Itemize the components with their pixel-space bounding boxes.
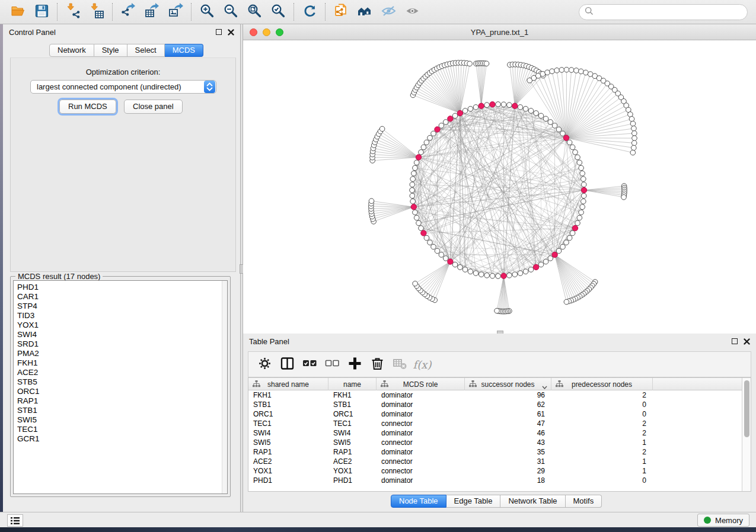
tab-style[interactable]: Style	[94, 44, 127, 57]
column-header-shared-name[interactable]: shared name	[248, 378, 328, 390]
table-row[interactable]: ORC1ORC1dominator610	[248, 409, 742, 419]
mcds-result-item[interactable]: CAR1	[17, 292, 227, 302]
control-panel-title: Control Panel	[9, 28, 56, 37]
node-table[interactable]: shared namenameMCDS rolesuccessor nodesp…	[248, 377, 751, 492]
float-panel-icon[interactable]	[216, 29, 222, 35]
search-input[interactable]	[597, 8, 747, 17]
tab-mcds[interactable]: MCDS	[165, 44, 203, 57]
mcds-result-item[interactable]: FKH1	[17, 358, 227, 368]
zoom-out-button[interactable]	[219, 2, 243, 22]
mcds-result-item[interactable]: GCR1	[17, 434, 227, 444]
task-history-button[interactable]	[7, 514, 23, 527]
zoom-selected-button[interactable]	[266, 2, 290, 22]
mcds-result-item[interactable]: SWI5	[17, 415, 227, 425]
table-row[interactable]: FKH1FKH1dominator962	[248, 390, 742, 400]
mcds-result-item[interactable]: PMA2	[17, 349, 227, 358]
close-panel-button[interactable]: Close panel	[124, 100, 183, 114]
column-header-MCDS-role[interactable]: MCDS role	[377, 378, 465, 390]
table-row[interactable]: RAP1RAP1dominator352	[248, 447, 742, 457]
cell-shared_name: TEC1	[248, 419, 328, 428]
table-row[interactable]: ACE2ACE2connector311	[248, 457, 742, 466]
table-scrollbar[interactable]	[742, 378, 751, 491]
clone-network-button[interactable]	[329, 2, 353, 22]
toolbar-separator	[112, 3, 113, 21]
column-header-successor-nodes[interactable]: successor nodes	[465, 378, 551, 390]
mcds-result-item[interactable]: STP4	[17, 302, 227, 311]
mcds-result-item[interactable]: SWI4	[17, 330, 227, 339]
mcds-result-item[interactable]: PHD1	[17, 283, 227, 292]
export-network-button[interactable]	[116, 2, 140, 22]
cell-shared_name: PHD1	[248, 476, 328, 485]
close-panel-icon[interactable]	[744, 338, 750, 345]
select-all-button[interactable]	[299, 354, 320, 374]
show-all-button[interactable]	[400, 2, 424, 22]
table-scrollbar-thumb[interactable]	[744, 380, 749, 437]
table-row[interactable]: STB1STB1dominator620	[248, 400, 742, 409]
mcds-result-item[interactable]: STB1	[17, 406, 227, 415]
cell-name: ACE2	[328, 457, 377, 466]
export-image-button[interactable]	[164, 2, 187, 22]
float-panel-icon[interactable]	[732, 338, 738, 344]
cell-shared_name: YOX1	[248, 466, 328, 476]
hide-eye-icon	[381, 3, 397, 21]
tab-motifs[interactable]: Motifs	[566, 495, 602, 508]
table-row[interactable]: SWI5SWI5connector431	[248, 438, 742, 447]
hide-selected-button[interactable]	[377, 2, 400, 22]
cell-mcds_role: dominator	[377, 476, 465, 485]
tab-network[interactable]: Network	[49, 44, 94, 57]
column-header-predecessor-nodes[interactable]: predecessor nodes	[551, 378, 653, 390]
mcds-result-item[interactable]: STB5	[17, 377, 227, 387]
mcds-result-list[interactable]: PHD1CAR1STP4TID3YOX1SWI4SRD1PMA2FKH1ACE2…	[13, 280, 228, 494]
close-panel-icon[interactable]	[228, 29, 234, 36]
search-box[interactable]	[579, 4, 748, 20]
mcds-result-item[interactable]: TID3	[17, 311, 227, 321]
run-mcds-button[interactable]: Run MCDS	[59, 100, 116, 114]
column-options-button[interactable]	[277, 354, 297, 374]
mcds-result-item[interactable]: ACE2	[17, 368, 227, 377]
tab-edge-table[interactable]: Edge Table	[446, 495, 501, 508]
refresh-button[interactable]	[298, 2, 321, 22]
column-header-name[interactable]: name	[328, 378, 377, 390]
zoom-in-button[interactable]	[195, 2, 219, 22]
cell-mcds_role: dominator	[377, 409, 465, 419]
tab-network-table[interactable]: Network Table	[500, 495, 565, 508]
mcds-result-item[interactable]: ORC1	[17, 387, 227, 396]
zoom-out-icon	[223, 3, 239, 21]
network-column-icon	[556, 380, 563, 389]
tab-node-table[interactable]: Node Table	[391, 495, 446, 508]
mcds-hub-node	[581, 187, 586, 193]
deselect-all-button[interactable]	[322, 354, 342, 374]
zoom-fit-button[interactable]	[243, 2, 266, 22]
mcds-result-item[interactable]: YOX1	[17, 321, 227, 330]
table-row[interactable]: SWI4SWI4dominator462	[248, 428, 742, 438]
open-folder-icon	[10, 3, 26, 21]
save-session-button[interactable]	[30, 2, 53, 22]
open-file-button[interactable]	[6, 2, 30, 22]
mcds-result-item[interactable]: RAP1	[17, 396, 227, 406]
cell-filler	[653, 409, 742, 419]
memory-button[interactable]: Memory	[697, 514, 749, 527]
cell-successor_nodes: 43	[465, 438, 551, 447]
add-column-button[interactable]	[344, 354, 365, 374]
mcds-result-item[interactable]: SRD1	[17, 339, 227, 349]
deselect-all-icon	[324, 355, 340, 374]
table-row[interactable]: TEC1TEC1connector472	[248, 419, 742, 428]
table-row[interactable]: YOX1YOX1connector291	[248, 466, 742, 476]
cell-filler	[653, 400, 742, 409]
toolbar-separator	[57, 3, 58, 21]
tab-select[interactable]: Select	[127, 44, 165, 57]
optimization-criterion-select[interactable]: largest connected component (undirected)	[30, 80, 216, 94]
table-row[interactable]: PHD1PHD1dominator180	[248, 476, 742, 485]
mcds-hub-node	[501, 273, 506, 278]
table-settings-button[interactable]	[254, 354, 275, 374]
delete-column-button[interactable]	[367, 354, 387, 374]
sort-descending-icon	[542, 383, 547, 391]
network-window-titlebar[interactable]: YPA_prune.txt_1	[243, 24, 756, 40]
export-table-button[interactable]	[140, 2, 164, 22]
mcds-result-item[interactable]: TEC1	[17, 425, 227, 434]
mcds-list-scrollbar[interactable]	[222, 281, 227, 493]
first-neighbors-button[interactable]	[353, 2, 377, 22]
import-table-button[interactable]	[85, 2, 109, 22]
network-canvas[interactable]	[243, 40, 756, 334]
import-network-button[interactable]	[61, 2, 85, 22]
